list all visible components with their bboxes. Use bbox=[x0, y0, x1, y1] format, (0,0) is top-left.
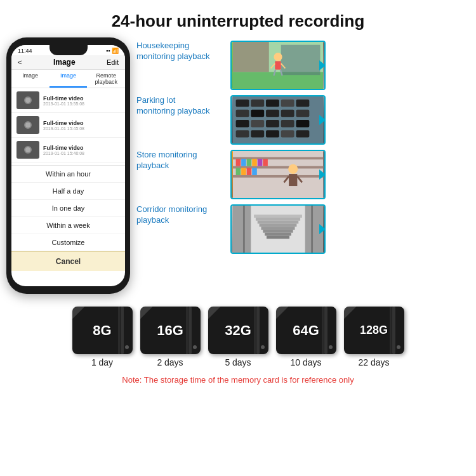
sd-card-label-8g: 8G bbox=[93, 322, 111, 339]
monitoring-image-corridor bbox=[230, 204, 326, 254]
svg-rect-56 bbox=[260, 223, 297, 227]
list-item[interactable]: Full-time video 2019-01-01 15:45:08 bbox=[11, 113, 125, 138]
phone-notch bbox=[50, 45, 88, 55]
storage-note: Note: The storage time of the memory car… bbox=[122, 375, 354, 385]
svg-rect-39 bbox=[258, 159, 263, 166]
monitoring-image-store bbox=[230, 150, 326, 199]
video-thumb-1 bbox=[17, 91, 39, 109]
storage-days-32g: 5 days bbox=[225, 357, 251, 367]
arrow-right-icon bbox=[319, 224, 326, 234]
svg-rect-29 bbox=[281, 130, 294, 137]
storage-days-8g: 1 day bbox=[91, 357, 113, 367]
svg-rect-5 bbox=[275, 61, 281, 69]
svg-rect-43 bbox=[247, 168, 252, 175]
list-item[interactable]: Full-time video 2019-01-01 15:40:08 bbox=[11, 138, 125, 162]
svg-rect-11 bbox=[236, 100, 249, 107]
monitoring-item-housekeeping: Housekeeping monitoring playback bbox=[136, 41, 470, 90]
svg-rect-58 bbox=[263, 230, 293, 233]
dropdown-item-customize[interactable]: Customize bbox=[11, 234, 125, 251]
svg-rect-59 bbox=[265, 233, 291, 236]
sd-card-128g: 128G bbox=[344, 307, 404, 354]
svg-rect-32 bbox=[233, 157, 323, 159]
sd-card-label-32g: 32G bbox=[225, 322, 251, 339]
svg-rect-16 bbox=[236, 110, 249, 117]
image-corridor bbox=[232, 206, 324, 253]
svg-rect-23 bbox=[266, 120, 279, 127]
phone-edit-button[interactable]: Edit bbox=[107, 58, 119, 66]
video-item-1-date: 2019-01-01 15:55:08 bbox=[43, 102, 120, 106]
tab-image-2[interactable]: Image bbox=[50, 70, 88, 88]
tab-remote-playback[interactable]: Remote playback bbox=[87, 70, 125, 88]
phone-header: < Image Edit bbox=[11, 55, 125, 70]
monitoring-label-parking: Parking lot monitoring playback bbox=[136, 95, 225, 117]
monitoring-item-store: Store monitoring playback bbox=[136, 150, 470, 199]
svg-rect-41 bbox=[236, 168, 241, 175]
svg-rect-13 bbox=[266, 100, 279, 107]
storage-card-64g: 64G 10 days bbox=[276, 307, 336, 367]
phone-screen: 11:44 ▪▪ 📶 < Image Edit image Image Remo… bbox=[11, 45, 125, 286]
image-parking bbox=[232, 96, 324, 143]
arrow-right-icon bbox=[319, 60, 326, 70]
svg-rect-18 bbox=[266, 110, 279, 117]
svg-rect-57 bbox=[261, 227, 294, 230]
svg-rect-53 bbox=[254, 215, 302, 218]
image-child bbox=[232, 42, 324, 89]
dropdown-item-oneday[interactable]: In one day bbox=[11, 200, 125, 217]
svg-rect-33 bbox=[233, 166, 323, 169]
svg-rect-34 bbox=[233, 175, 323, 178]
svg-rect-42 bbox=[241, 168, 246, 175]
sd-card-label-128g: 128G bbox=[360, 324, 388, 337]
svg-rect-36 bbox=[241, 159, 246, 166]
phone-header-title: Image bbox=[53, 58, 76, 67]
svg-rect-12 bbox=[251, 100, 264, 107]
phone-time: 11:44 bbox=[18, 48, 32, 54]
video-item-3-date: 2019-01-01 15:40:08 bbox=[43, 151, 120, 155]
svg-rect-28 bbox=[266, 130, 279, 137]
arrow-right-icon bbox=[319, 169, 326, 180]
dropdown-item-week[interactable]: Within a week bbox=[11, 217, 125, 234]
svg-rect-44 bbox=[252, 168, 257, 175]
image-store bbox=[232, 151, 324, 198]
phone-back-button[interactable]: < bbox=[18, 58, 22, 66]
svg-rect-54 bbox=[256, 218, 300, 221]
storage-cards: 8G 1 day 16G 2 days 32G 5 days bbox=[72, 307, 404, 367]
svg-rect-30 bbox=[296, 130, 309, 137]
svg-point-4 bbox=[274, 53, 282, 61]
svg-rect-60 bbox=[267, 235, 289, 239]
svg-rect-17 bbox=[251, 110, 264, 117]
monitoring-item-corridor: Corridor monitoring playback bbox=[136, 204, 470, 254]
sd-card-label-64g: 64G bbox=[293, 322, 319, 339]
storage-days-64g: 10 days bbox=[290, 357, 321, 367]
svg-rect-14 bbox=[281, 100, 294, 107]
list-item[interactable]: Full-time video 2019-01-01 15:55:08 bbox=[11, 88, 125, 113]
video-item-2-text: Full-time video 2019-01-01 15:45:08 bbox=[43, 120, 120, 131]
svg-rect-61 bbox=[311, 206, 313, 253]
video-item-2-title: Full-time video bbox=[43, 120, 120, 126]
monitoring-image-parking bbox=[230, 95, 326, 145]
video-item-1-title: Full-time video bbox=[43, 95, 120, 102]
video-thumb-2 bbox=[17, 116, 39, 134]
monitoring-label-housekeeping: Housekeeping monitoring playback bbox=[136, 41, 225, 62]
video-item-3-text: Full-time video 2019-01-01 15:40:08 bbox=[43, 145, 120, 155]
top-section: 11:44 ▪▪ 📶 < Image Edit image Image Remo… bbox=[0, 37, 476, 294]
svg-rect-37 bbox=[247, 159, 252, 166]
phone-mockup: 11:44 ▪▪ 📶 < Image Edit image Image Remo… bbox=[6, 37, 130, 294]
storage-card-16g: 16G 2 days bbox=[140, 307, 201, 367]
svg-rect-21 bbox=[236, 120, 249, 127]
sd-card-32g: 32G bbox=[208, 307, 268, 354]
dropdown-item-hour[interactable]: Within an hour bbox=[11, 166, 125, 183]
svg-rect-38 bbox=[252, 159, 257, 166]
svg-rect-2 bbox=[233, 42, 269, 72]
page-title: 24-hour uninterrupted recording bbox=[0, 0, 476, 37]
video-item-3-title: Full-time video bbox=[43, 145, 120, 151]
storage-card-8g: 8G 1 day bbox=[72, 307, 133, 367]
tab-image-1[interactable]: image bbox=[11, 70, 50, 88]
monitoring-label-store: Store monitoring playback bbox=[136, 150, 225, 171]
video-item-2-date: 2019-01-01 15:45:08 bbox=[43, 126, 120, 131]
monitoring-label-corridor: Corridor monitoring playback bbox=[136, 204, 225, 226]
dropdown-item-halfday[interactable]: Half a day bbox=[11, 183, 125, 200]
storage-card-128g: 128G 22 days bbox=[344, 307, 404, 367]
svg-rect-15 bbox=[296, 100, 309, 107]
dropdown-cancel-button[interactable]: Cancel bbox=[11, 251, 125, 271]
svg-rect-46 bbox=[289, 174, 297, 186]
